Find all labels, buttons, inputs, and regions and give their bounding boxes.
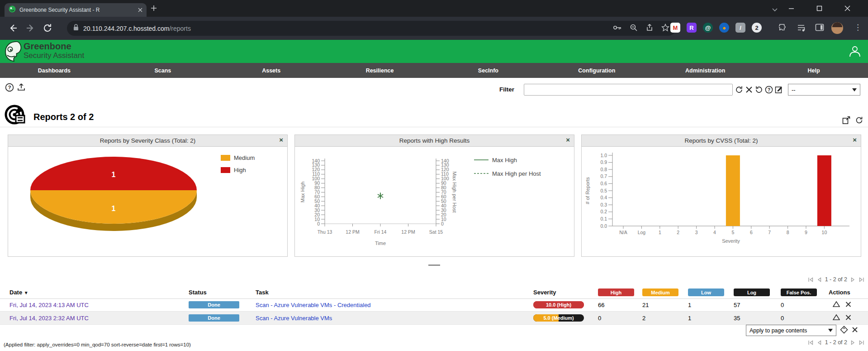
last-page-icon[interactable] xyxy=(859,340,864,346)
svg-text:Medium: Medium xyxy=(234,154,255,161)
brand-subtitle: Security Assistant xyxy=(24,51,84,60)
playlist-icon[interactable] xyxy=(797,24,806,34)
share-icon[interactable] xyxy=(645,24,654,34)
avatar-hair xyxy=(832,22,842,27)
url-path: /reports xyxy=(169,25,190,32)
card-extension-icon[interactable]: / xyxy=(735,23,745,33)
lock-icon xyxy=(73,24,79,33)
menu-resilience[interactable]: Resilience xyxy=(326,63,434,78)
panel-high-results: Reports with High Results × 001010202030… xyxy=(294,135,574,257)
svg-text:Severity: Severity xyxy=(722,238,740,244)
menu-help[interactable]: Help xyxy=(759,63,868,78)
filter-label: Filter xyxy=(499,86,514,93)
filter-delete-icon[interactable] xyxy=(745,85,754,94)
report-date-link[interactable]: Fri, Jul 14, 2023 2:32 AM UTC xyxy=(9,315,89,322)
table-row[interactable]: Fri, Jul 14, 2023 4:13 AM UTC Done Scan … xyxy=(0,298,868,312)
reports-icon xyxy=(4,103,28,128)
tab-search-chevron-icon[interactable] xyxy=(772,5,778,14)
svg-text:1.0: 1.0 xyxy=(600,153,607,158)
browser-tab[interactable]: Greenbone Security Assistant - R xyxy=(5,3,147,17)
filter-preset-select[interactable]: -- xyxy=(788,84,860,96)
next-page-icon[interactable] xyxy=(850,277,856,283)
puzzle-extensions-icon[interactable] xyxy=(779,24,788,34)
task-link[interactable]: Scan - Azure Vulnerable VMs - Credential… xyxy=(256,302,371,308)
first-page-icon[interactable] xyxy=(808,277,814,283)
apply-to-select[interactable]: Apply to page contents xyxy=(746,325,836,336)
back-icon[interactable] xyxy=(8,23,18,35)
last-page-icon[interactable] xyxy=(859,277,864,283)
applied-filter-text: (Applied filter: apply_overrides=0 min_q… xyxy=(4,342,191,347)
column-date[interactable]: Date ▼ xyxy=(9,289,28,296)
menu-secinfo[interactable]: SecInfo xyxy=(434,63,543,78)
pagination-label: 1 - 2 of 2 xyxy=(825,276,847,283)
bookmark-star-icon[interactable] xyxy=(661,24,669,34)
menu-administration[interactable]: Administration xyxy=(651,63,759,78)
delete-report-icon[interactable] xyxy=(845,314,851,322)
browser-menu-icon[interactable]: ⋮ xyxy=(854,23,862,32)
zoom-icon[interactable] xyxy=(630,24,638,34)
panel-close-icon[interactable]: × xyxy=(853,136,857,144)
globe-extension-icon[interactable]: ● xyxy=(719,23,729,33)
user-account-icon[interactable] xyxy=(849,45,861,59)
menu-scans[interactable]: Scans xyxy=(109,63,217,78)
svg-text:0.6: 0.6 xyxy=(600,181,607,186)
filter-input[interactable] xyxy=(524,84,733,96)
reload-icon[interactable] xyxy=(43,23,52,35)
previous-page-icon[interactable] xyxy=(816,277,822,283)
svg-text:Sat 15: Sat 15 xyxy=(429,229,443,235)
filter-refresh-icon[interactable] xyxy=(735,85,744,94)
help-icon[interactable]: ? xyxy=(5,83,14,94)
r-extension-icon[interactable]: R xyxy=(687,23,697,33)
previous-page-icon[interactable] xyxy=(816,340,822,346)
sidebar-toggle-icon[interactable] xyxy=(815,24,824,34)
window-minimize-button[interactable] xyxy=(783,2,799,14)
dashboard-resize-handle[interactable] xyxy=(428,264,440,266)
panel-close-icon[interactable]: × xyxy=(279,136,283,144)
password-key-icon[interactable] xyxy=(613,24,622,33)
next-page-icon[interactable] xyxy=(850,340,856,346)
filter-reset-icon[interactable] xyxy=(754,85,764,94)
delta-report-icon[interactable] xyxy=(833,301,840,309)
profile-avatar[interactable] xyxy=(831,22,843,34)
menu-dashboards[interactable]: Dashboards xyxy=(0,63,109,78)
column-actions: Actions xyxy=(829,289,850,296)
menu-assets[interactable]: Assets xyxy=(217,63,326,78)
new-dashboard-display-icon[interactable] xyxy=(842,116,851,126)
table-row[interactable]: Fri, Jul 14, 2023 2:32 AM UTC Done Scan … xyxy=(0,312,868,325)
title-divider xyxy=(0,127,868,127)
address-bar[interactable]: 20.110.244.207.c.hossted.com/reports xyxy=(67,21,676,36)
window-close-button[interactable] xyxy=(840,2,855,14)
column-task: Task xyxy=(256,289,269,296)
delta-report-icon[interactable] xyxy=(833,314,840,322)
chevron-down-icon xyxy=(852,88,857,91)
svg-text:8: 8 xyxy=(787,230,789,235)
svg-text:0.3: 0.3 xyxy=(600,202,607,207)
menu-configuration[interactable]: Configuration xyxy=(542,63,651,78)
filter-help-icon[interactable]: ? xyxy=(764,85,773,94)
report-date-link[interactable]: Fri, Jul 14, 2023 4:13 AM UTC xyxy=(9,302,89,308)
badge-false-pos: False Pos. xyxy=(781,288,817,296)
badge2-extension-icon[interactable]: 2 xyxy=(752,23,762,33)
reset-dashboard-icon[interactable] xyxy=(855,116,863,126)
forward-icon[interactable] xyxy=(25,23,35,35)
clear-selection-icon[interactable] xyxy=(852,327,858,335)
at-extension-icon[interactable]: @ xyxy=(703,23,713,33)
new-tab-button[interactable] xyxy=(150,5,158,13)
tags-icon[interactable] xyxy=(840,326,848,336)
panel-severity-class: Reports by Severity Class (Total: 2) × 1… xyxy=(8,135,288,257)
svg-text:9: 9 xyxy=(805,230,807,235)
delete-report-icon[interactable] xyxy=(845,301,851,308)
tab-title: Greenbone Security Assistant - R xyxy=(19,7,134,13)
task-link[interactable]: Scan - Azure Vulnerable VMs xyxy=(256,315,332,322)
svg-text:N/A: N/A xyxy=(619,230,627,235)
upload-report-icon[interactable] xyxy=(17,82,26,94)
mail-extension-icon[interactable]: M xyxy=(670,23,680,33)
panel-close-icon[interactable]: × xyxy=(566,136,570,144)
first-page-icon[interactable] xyxy=(808,340,814,346)
svg-text:2: 2 xyxy=(677,230,679,235)
svg-text:Max High per Host: Max High per Host xyxy=(492,170,541,177)
tab-close-icon[interactable] xyxy=(138,6,142,14)
filter-edit-icon[interactable] xyxy=(774,85,783,94)
window-maximize-button[interactable] xyxy=(811,2,827,14)
screen: Greenbone Security Assistant - R xyxy=(0,0,868,351)
